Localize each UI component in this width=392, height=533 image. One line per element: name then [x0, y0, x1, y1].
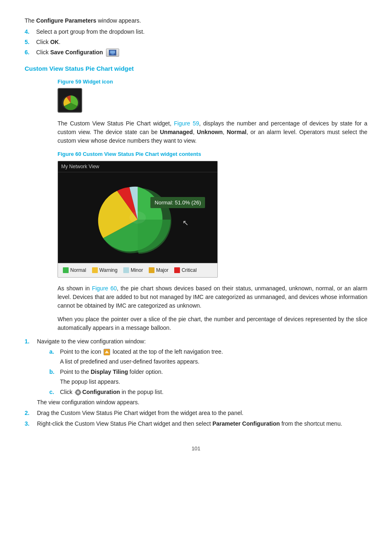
- step6-num: 6.: [25, 48, 33, 57]
- body-text-2: As shown in Figure 60, the pie chart sho…: [58, 284, 367, 310]
- substep-b-label: b.: [49, 368, 57, 386]
- svg-point-11: [78, 394, 79, 396]
- step5-text: Click OK.: [36, 38, 60, 46]
- substep-c-label: c.: [49, 388, 57, 396]
- step1-num: 1.: [25, 337, 34, 346]
- steps-area: 1. Navigate to the view configuration wi…: [25, 337, 367, 428]
- substep-b: b. Point to the Display Tiling folder op…: [49, 368, 367, 386]
- critical-label: Critical: [182, 266, 197, 274]
- step-2: 2. Drag the Custom View Status Pie Chart…: [25, 409, 367, 417]
- legend-normal: Normal: [63, 266, 86, 274]
- step1-after-substeps: The view configuration window appears.: [37, 398, 367, 407]
- normal-label: Normal: [70, 266, 86, 274]
- legend-major: Major: [149, 266, 168, 274]
- step3-num: 3.: [25, 419, 34, 428]
- warning-swatch: [92, 267, 98, 273]
- save-config-button[interactable]: [106, 49, 119, 57]
- figure59-caption: Figure 59 Widget icon: [58, 78, 367, 86]
- page-number: 101: [25, 445, 367, 453]
- substep-b-indent: The popup list appears.: [60, 378, 367, 386]
- major-swatch: [149, 267, 154, 273]
- step6-text: Click Save Configuration: [36, 48, 119, 57]
- body-text-3: When you place the pointer over a slice …: [58, 315, 367, 332]
- svg-point-13: [80, 392, 81, 393]
- config-gear-icon: [75, 389, 81, 396]
- substep-c: c. Click Configuration in the popup list…: [49, 388, 367, 396]
- svg-point-5: [129, 211, 146, 224]
- step-3: 3. Right-click the Custom View Status Pi…: [25, 419, 367, 428]
- minor-label: Minor: [131, 266, 143, 274]
- step2-num: 2.: [25, 409, 34, 417]
- minor-swatch: [123, 267, 129, 273]
- pie-widget-title: My Network View: [58, 161, 217, 172]
- svg-point-10: [78, 389, 79, 390]
- substep-a: a. Point to the icon located at the top …: [49, 348, 367, 366]
- figure60-caption: Figure 60 Custom View Status Pie Chart w…: [58, 150, 367, 158]
- step-4: 4. Select a port group from the dropdown…: [25, 28, 367, 36]
- pie-area: Normal: 51.0% (26) ↖: [58, 172, 217, 263]
- step4-text: Select a port group from the dropdown li…: [36, 28, 145, 36]
- normal-swatch: [63, 267, 69, 273]
- legend-warning: Warning: [92, 266, 118, 274]
- step1-content: Navigate to the view configuration windo…: [37, 337, 367, 407]
- major-label: Major: [156, 266, 168, 274]
- pie-chart-svg: [92, 181, 183, 259]
- substep-a-indent: A list of predefined and user-defined fa…: [60, 357, 367, 366]
- svg-rect-1: [110, 51, 115, 53]
- substep-a-label: a.: [49, 348, 57, 366]
- step5-num: 5.: [25, 38, 33, 46]
- save-icon: [109, 50, 116, 56]
- svg-rect-2: [111, 53, 114, 55]
- warning-label: Warning: [99, 266, 118, 274]
- cursor-arrow: ↖: [182, 218, 189, 229]
- step-6: 6. Click Save Configuration: [25, 48, 367, 57]
- substep-b-content: Point to the Display Tiling folder optio…: [60, 368, 367, 386]
- svg-point-12: [75, 392, 76, 393]
- step2-content: Drag the Custom View Status Pie Chart wi…: [37, 409, 367, 417]
- substep-a-content: Point to the icon located at the top of …: [60, 348, 367, 366]
- step3-content: Right-click the Custom View Status Pie C…: [37, 419, 367, 428]
- figure60-link[interactable]: Figure 60: [92, 285, 117, 292]
- configure-params-bold: Configure Parameters: [36, 17, 96, 24]
- legend-critical: Critical: [174, 266, 197, 274]
- pie-legend: Normal Warning Minor Major Critical: [58, 263, 217, 277]
- critical-swatch: [174, 267, 180, 273]
- step-1: 1. Navigate to the view configuration wi…: [25, 337, 367, 407]
- step4-num: 4.: [25, 28, 33, 36]
- step-5: 5. Click OK.: [25, 38, 367, 46]
- body-text-1: The Custom View Status Pie Chart widget,…: [58, 119, 367, 145]
- legend-minor: Minor: [123, 266, 143, 274]
- widget-icon: [58, 88, 82, 113]
- pie-tooltip: Normal: 51.0% (26): [150, 197, 205, 209]
- figure59-link[interactable]: Figure 59: [174, 120, 199, 127]
- svg-point-9: [77, 391, 79, 394]
- nav-tree-icon: [104, 349, 110, 355]
- intro-configure-text: The Configure Parameters window appears.: [25, 16, 367, 25]
- pie-chart-widget: My Network View Normal: 51.0% (26) ↖: [58, 161, 218, 278]
- substep-c-content: Click Configuration in the popup list.: [60, 388, 367, 396]
- section-heading: Custom View Status Pie Chart widget: [25, 64, 367, 74]
